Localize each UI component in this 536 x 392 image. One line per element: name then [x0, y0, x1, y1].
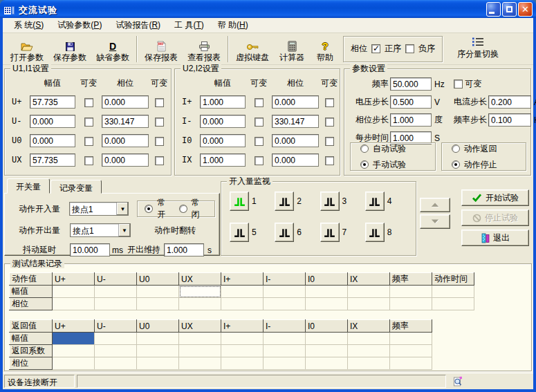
- result-cell[interactable]: [306, 345, 348, 357]
- result-cell[interactable]: [53, 345, 95, 357]
- u-plus-amp-input[interactable]: [30, 95, 75, 109]
- freq-input[interactable]: [390, 77, 432, 91]
- contact-button-1[interactable]: [230, 192, 249, 211]
- hold-time-input[interactable]: [164, 243, 204, 256]
- result-cell[interactable]: [95, 357, 137, 370]
- result-cell[interactable]: [221, 333, 264, 345]
- i-minus-phase-input[interactable]: [272, 115, 319, 128]
- tab-record[interactable]: 记录变量: [50, 180, 102, 194]
- contact-button-3[interactable]: [320, 192, 340, 211]
- var-checkbox[interactable]: [325, 156, 334, 165]
- result-cell[interactable]: [53, 298, 95, 310]
- u-plus-phase-input[interactable]: [102, 95, 149, 109]
- menu-tools[interactable]: 工 具(T): [167, 17, 211, 33]
- stop-test-button[interactable]: 停止试验: [461, 209, 529, 226]
- calculator-button[interactable]: 计算器: [274, 35, 310, 64]
- tab-switch[interactable]: 开关量: [7, 178, 50, 194]
- var-checkbox[interactable]: [84, 118, 93, 127]
- result-cell[interactable]: [221, 345, 264, 357]
- action-stop-radio[interactable]: [452, 160, 460, 169]
- var-checkbox[interactable]: [255, 137, 264, 146]
- close-button[interactable]: ✕: [518, 2, 533, 17]
- freq-step-input[interactable]: [488, 113, 531, 127]
- up-arrow-button[interactable]: [420, 198, 450, 212]
- result-cell[interactable]: [432, 298, 474, 310]
- i-step-input[interactable]: [488, 95, 531, 109]
- u-minus-phase-input[interactable]: [102, 115, 149, 128]
- var-checkbox[interactable]: [255, 156, 264, 165]
- result-cell[interactable]: [348, 286, 390, 298]
- u-zero-phase-input[interactable]: [102, 134, 149, 147]
- default-params-button[interactable]: D 缺省参数: [91, 35, 134, 64]
- i-minus-amp-input[interactable]: [200, 115, 246, 128]
- sequence-switch-button[interactable]: 序分量切换: [447, 35, 509, 64]
- result-cell[interactable]: [137, 298, 179, 310]
- help-button[interactable]: ? 帮助: [310, 35, 340, 64]
- result-cell[interactable]: [95, 345, 137, 357]
- save-report-button[interactable]: EXCEL 保存报表: [140, 35, 183, 64]
- normally-closed-radio[interactable]: [179, 205, 187, 213]
- auto-test-radio[interactable]: [360, 144, 369, 153]
- contact-button-8[interactable]: [365, 223, 385, 242]
- var-checkbox[interactable]: [84, 137, 93, 146]
- var-checkbox[interactable]: [155, 118, 164, 127]
- view-report-button[interactable]: 查看报表: [183, 35, 225, 64]
- result-cell[interactable]: [95, 286, 137, 298]
- result-cell[interactable]: [390, 286, 432, 298]
- i-x-phase-input[interactable]: [272, 153, 319, 167]
- contact-button-7[interactable]: [320, 223, 340, 242]
- result-cell[interactable]: [179, 298, 221, 310]
- var-checkbox[interactable]: [84, 156, 93, 165]
- normally-open-radio[interactable]: [145, 205, 153, 213]
- result-cell[interactable]: [137, 333, 179, 345]
- action-return-radio[interactable]: [452, 144, 460, 153]
- result-cell[interactable]: [179, 286, 221, 298]
- result-cell[interactable]: [264, 333, 306, 345]
- result-cell[interactable]: [264, 345, 306, 357]
- result-cell[interactable]: [95, 298, 137, 310]
- chevron-down-icon[interactable]: ▼: [118, 224, 130, 236]
- result-cell[interactable]: [306, 333, 348, 345]
- open-params-button[interactable]: 打开参数: [6, 35, 48, 64]
- result-cell[interactable]: [221, 286, 264, 298]
- i-plus-amp-input[interactable]: [200, 95, 246, 109]
- contact-button-4[interactable]: [365, 192, 385, 211]
- result-cell[interactable]: [264, 286, 306, 298]
- manual-test-radio[interactable]: [360, 160, 369, 169]
- result-cell[interactable]: [221, 298, 264, 310]
- start-test-button[interactable]: 开始试验: [461, 189, 529, 206]
- result-cell[interactable]: [179, 345, 221, 357]
- i-zero-amp-input[interactable]: [200, 134, 246, 147]
- result-cell[interactable]: [306, 286, 348, 298]
- v-step-input[interactable]: [390, 95, 432, 109]
- var-checkbox[interactable]: [155, 137, 164, 146]
- result-cell[interactable]: [179, 333, 221, 345]
- contact-button-2[interactable]: [275, 192, 294, 211]
- action-input-combobox[interactable]: 接点1 ▼: [69, 202, 129, 216]
- result-cell[interactable]: [390, 357, 432, 370]
- var-checkbox[interactable]: [325, 118, 334, 127]
- action-output-combobox[interactable]: 接点1 ▼: [70, 223, 131, 237]
- minimize-button[interactable]: [486, 2, 501, 17]
- var-checkbox[interactable]: [155, 156, 164, 165]
- var-checkbox[interactable]: [255, 118, 264, 127]
- var-checkbox[interactable]: [325, 137, 334, 146]
- result-cell[interactable]: [348, 333, 390, 345]
- menu-test-report[interactable]: 试验报告(R): [109, 17, 167, 33]
- maximize-button[interactable]: [502, 2, 517, 17]
- result-cell[interactable]: [390, 333, 432, 345]
- exit-button[interactable]: 退出: [461, 230, 529, 246]
- result-cell[interactable]: [95, 333, 137, 345]
- result-cell[interactable]: [306, 298, 348, 310]
- u-x-phase-input[interactable]: [102, 153, 149, 167]
- result-cell[interactable]: [264, 357, 306, 370]
- i-zero-phase-input[interactable]: [272, 134, 319, 147]
- u-minus-amp-input[interactable]: [30, 115, 75, 128]
- result-cell[interactable]: [137, 345, 179, 357]
- chevron-down-icon[interactable]: ▼: [116, 203, 128, 215]
- result-cell[interactable]: [137, 286, 179, 298]
- phase-step-input[interactable]: [390, 113, 432, 127]
- contact-button-6[interactable]: [275, 223, 294, 242]
- positive-seq-checkbox[interactable]: [371, 44, 380, 53]
- result-cell[interactable]: [137, 357, 179, 370]
